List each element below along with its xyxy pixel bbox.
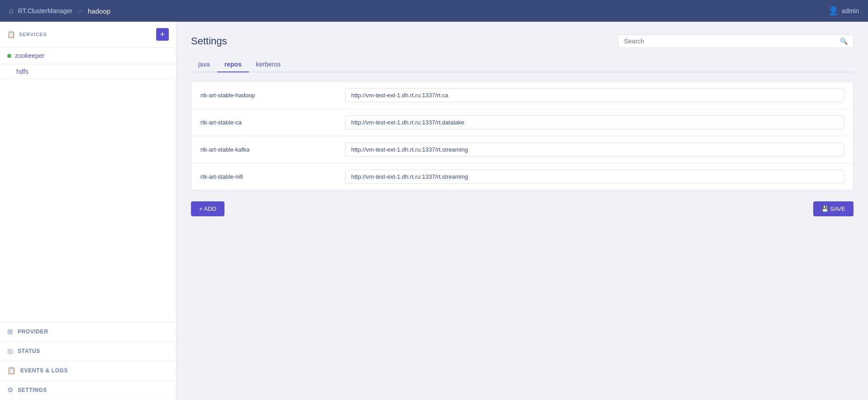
services-icon: 📋 [7,31,15,38]
services-label: SERVICES [19,32,47,37]
clipboard-icon: 📋 [7,367,16,375]
sidebar-item-provider[interactable]: ⊞ PROVIDER [0,322,176,342]
settings-label: SETTINGS [18,387,47,393]
home-icon: ⌂ [9,7,14,15]
row-input-0[interactable] [345,88,844,102]
row-label-0: rtk-art-stable-hadoop [200,92,345,99]
search-icon: 🔍 [840,38,848,45]
tab-kerberos[interactable]: kerberos [249,57,288,72]
sidebar: 📋 SERVICES + zookeeper hdfs ⊞ PROVIDER ◎… [0,22,176,400]
sidebar-bottom-nav: ⊞ PROVIDER ◎ STATUS 📋 EVENTS & LOGS ⚙ SE… [0,322,176,400]
sidebar-item-status[interactable]: ◎ STATUS [0,342,176,361]
row-label-3: rtk-art-stable-nifi [200,173,345,180]
add-button[interactable]: + ADD [191,201,224,216]
app-name[interactable]: RT.ClusterManager [18,7,72,14]
search-box: 🔍 [618,34,854,48]
gear-icon: ⚙ [7,386,13,394]
service-item-zookeeper[interactable]: zookeeper [0,48,176,64]
settings-table: rtk-art-stable-hadoop rtk-art-stable-ca … [191,81,854,190]
table-row: rtk-art-stable-ca [191,109,853,136]
row-label-1: rtk-art-stable-ca [200,119,345,126]
service-name: zookeeper [15,52,44,59]
table-row: rtk-art-stable-nifi [191,163,853,190]
row-input-2[interactable] [345,143,844,157]
content-header: Settings 🔍 [191,34,854,48]
table-row: rtk-art-stable-hadoop [191,82,853,109]
tab-repos[interactable]: repos [217,57,249,72]
services-title: 📋 SERVICES [7,31,47,38]
service-item-hdfs[interactable]: hdfs [0,64,176,79]
search-input[interactable] [624,38,840,45]
breadcrumb: ⌂ RT.ClusterManager → hadoop [9,7,110,15]
tabs: java repos kerberos [191,57,854,72]
provider-label: PROVIDER [18,329,48,335]
content-area: Settings 🔍 java repos kerberos rtk-art-s… [176,22,868,400]
circle-icon: ◎ [7,347,13,355]
events-label: EVENTS & LOGS [20,367,68,374]
row-input-3[interactable] [345,170,844,184]
user-area: 👤 admin [828,6,859,16]
main-layout: 📋 SERVICES + zookeeper hdfs ⊞ PROVIDER ◎… [0,22,868,400]
top-nav: ⌂ RT.ClusterManager → hadoop 👤 admin [0,0,868,22]
user-avatar-icon: 👤 [828,6,838,16]
sub-service-name: hdfs [16,68,28,75]
services-header: 📋 SERVICES + [0,22,176,48]
row-input-1[interactable] [345,115,844,129]
current-context: hadoop [88,7,110,15]
breadcrumb-arrow: → [77,7,83,14]
tab-java[interactable]: java [191,57,217,72]
add-service-button[interactable]: + [156,28,169,41]
services-list: zookeeper hdfs [0,48,176,79]
service-status-dot [7,54,11,58]
save-button[interactable]: 💾 SAVE [813,201,854,216]
sidebar-item-events[interactable]: 📋 EVENTS & LOGS [0,361,176,381]
page-title: Settings [191,35,227,47]
actions-row: + ADD 💾 SAVE [191,201,854,216]
row-label-2: rtk-art-stable-kafka [200,146,345,153]
grid-icon: ⊞ [7,328,13,336]
username: admin [842,7,859,14]
table-row: rtk-art-stable-kafka [191,136,853,163]
sidebar-item-settings[interactable]: ⚙ SETTINGS [0,381,176,400]
status-label: STATUS [18,348,40,354]
